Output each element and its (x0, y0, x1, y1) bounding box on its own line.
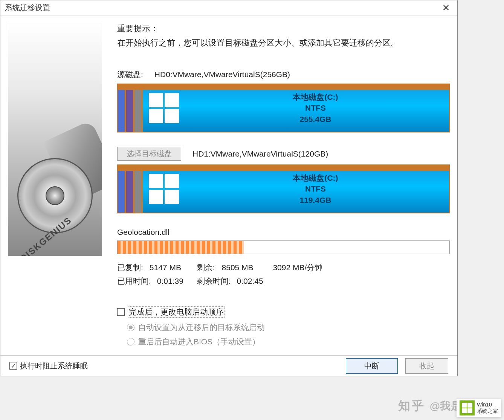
hard-disk-icon (17, 158, 93, 233)
copied-value: 5147 MB (150, 261, 195, 274)
migration-dialog: 系统迁移设置 ✕ DISKGENIUS 重要提示： 在开始执行之前，您可以设置目… (0, 0, 458, 376)
corner-line2: 系统之家 (477, 408, 498, 414)
watermark-zhihu: 知乎 (398, 398, 425, 414)
target-part-main[interactable]: 本地磁盘(C:) NTFS 119.4GB (143, 165, 449, 213)
copied-label: 已复制: (117, 261, 147, 274)
titlebar: 系统迁移设置 ✕ (0, 0, 457, 15)
close-icon[interactable]: ✕ (439, 3, 453, 13)
source-part-name: 本地磁盘(C:) (293, 91, 338, 102)
source-disk-row: 源磁盘: HD0:VMware,VMwareVirtualS(256GB) (117, 69, 450, 80)
change-boot-checkbox-row[interactable]: 完成后，更改电脑启动顺序 (117, 306, 450, 318)
hint-title: 重要提示： (117, 23, 450, 34)
corner-line1: Win10 (477, 402, 498, 408)
remain-time-value: 0:02:45 (237, 274, 263, 288)
progress-stats: 已复制: 5147 MB 剩余: 8505 MB 3092 MB/分钟 已用时间… (117, 261, 450, 288)
source-part-info: 本地磁盘(C:) NTFS 255.4GB (182, 84, 449, 132)
elapsed-label: 已用时间: (117, 274, 155, 288)
progress-bar (117, 240, 450, 254)
window-title: 系统迁移设置 (5, 3, 50, 13)
change-boot-checkbox[interactable] (117, 308, 125, 316)
hint-text: 在开始执行之前，您可以设置目标磁盘分区大小、或添加其它要迁移的分区。 (117, 37, 450, 49)
target-disk-bar[interactable]: 本地磁盘(C:) NTFS 119.4GB (117, 164, 450, 213)
target-part-msr[interactable] (126, 165, 133, 213)
source-disk-bar[interactable]: 本地磁盘(C:) NTFS 255.4GB (117, 84, 450, 132)
source-part-size: 255.4GB (299, 114, 331, 125)
radio-bios[interactable] (127, 338, 134, 345)
remain-label: 剩余: (197, 261, 220, 274)
change-boot-label: 完成后，更改电脑启动顺序 (128, 306, 225, 318)
bottom-bar: ✓ 执行时阻止系统睡眠 中断 收起 (0, 355, 457, 376)
radio-bios-label: 重启后自动进入BIOS（手动设置） (138, 336, 260, 347)
prevent-sleep-label: 执行时阻止系统睡眠 (20, 361, 88, 371)
target-part-size: 119.4GB (299, 195, 331, 205)
radio-bios-row[interactable]: 重启后自动进入BIOS（手动设置） (127, 336, 450, 347)
progress-fill (118, 241, 244, 254)
prevent-sleep-row[interactable]: ✓ 执行时阻止系统睡眠 (9, 361, 88, 371)
current-file-label: Geolocation.dll (117, 228, 450, 237)
source-disk-value: HD0:VMware,VMwareVirtualS(256GB) (154, 70, 290, 79)
content-area: DISKGENIUS 重要提示： 在开始执行之前，您可以设置目标磁盘分区大小、或… (0, 15, 457, 358)
windows-logo-icon (149, 174, 179, 204)
remain-time-label: 剩余时间: (197, 274, 235, 288)
speed-value: 3092 MB/分钟 (273, 261, 322, 274)
collapse-button[interactable]: 收起 (405, 358, 448, 374)
corner-badge: Win10 系统之家 (457, 399, 501, 417)
target-part-fs: NTFS (305, 183, 326, 194)
radio-auto[interactable] (127, 324, 134, 331)
source-part-msr[interactable] (126, 84, 133, 132)
select-target-button[interactable]: 选择目标磁盘 (117, 147, 181, 161)
prevent-sleep-checkbox[interactable]: ✓ (9, 362, 17, 370)
radio-auto-row[interactable]: 自动设置为从迁移后的目标系统启动 (127, 322, 450, 333)
source-part-esp[interactable] (118, 84, 125, 132)
radio-auto-label: 自动设置为从迁移后的目标系统启动 (138, 322, 265, 333)
source-part-fs: NTFS (305, 102, 326, 113)
main-panel: 重要提示： 在开始执行之前，您可以设置目标磁盘分区大小、或添加其它要迁移的分区。… (113, 23, 450, 351)
sidebar-disk-graphic: DISKGENIUS (8, 23, 102, 256)
target-disk-value: HD1:VMware,VMwareVirtualS(120GB) (192, 149, 328, 158)
remain-value: 8505 MB (222, 261, 271, 274)
interrupt-button[interactable]: 中断 (346, 358, 398, 374)
target-disk-row: 选择目标磁盘 HD1:VMware,VMwareVirtualS(120GB) (117, 147, 450, 161)
source-disk-label: 源磁盘: (117, 69, 143, 80)
source-part-recovery[interactable] (134, 84, 141, 132)
target-part-info: 本地磁盘(C:) NTFS 119.4GB (182, 165, 449, 213)
windows-logo-icon (149, 93, 179, 123)
target-part-esp[interactable] (118, 165, 125, 213)
source-part-main[interactable]: 本地磁盘(C:) NTFS 255.4GB (143, 84, 449, 132)
win10-badge-icon (460, 400, 475, 415)
target-part-recovery[interactable] (134, 165, 141, 213)
target-part-name: 本地磁盘(C:) (293, 172, 338, 183)
elapsed-value: 0:01:39 (157, 274, 195, 288)
